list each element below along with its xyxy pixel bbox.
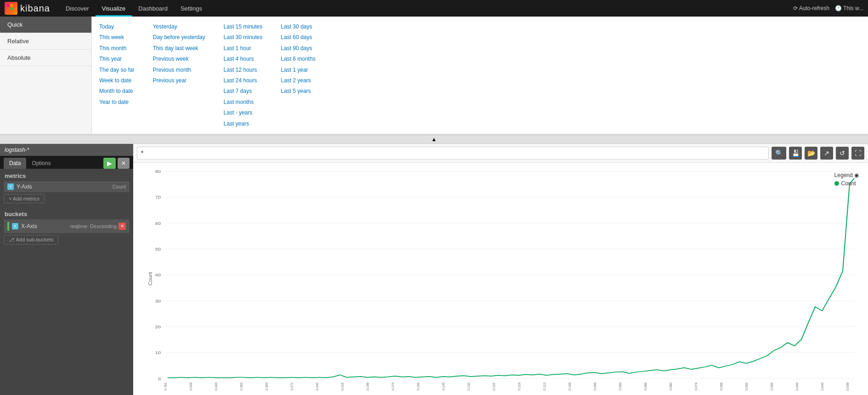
nav-item-discover[interactable]: Discover	[59, 1, 96, 17]
tab-data[interactable]: Data	[4, 158, 26, 169]
svg-text:0.068: 0.068	[719, 383, 724, 390]
metric-left: Y Y-Axis	[7, 183, 32, 190]
logo-text: kibana	[20, 3, 50, 14]
svg-text:0.093: 0.093	[618, 383, 623, 390]
link-last-1h[interactable]: Last 1 hour	[224, 44, 263, 53]
link-this-month[interactable]: This month	[99, 44, 135, 53]
share-button[interactable]: ↗	[820, 147, 833, 160]
run-button[interactable]: ▶	[103, 158, 116, 169]
svg-text:0.055: 0.055	[770, 383, 774, 390]
legend-item-count: Count	[834, 180, 859, 187]
content-area: logstash-* Data Options ▶ ✕ metrics Y	[0, 144, 868, 395]
picker-nav-relative[interactable]: Relative	[0, 33, 91, 50]
metric-y-axis[interactable]: Y Y-Axis Count	[4, 181, 130, 192]
link-last-60d[interactable]: Last 60 days	[281, 33, 316, 42]
svg-text:0.113: 0.113	[542, 383, 547, 390]
time-col-4: Last 30 days Last 60 days Last 90 days L…	[281, 22, 316, 128]
link-last-4h[interactable]: Last 4 hours	[224, 54, 263, 63]
link-previous-year[interactable]: Previous year	[153, 76, 205, 85]
svg-text:0.272: 0.272	[290, 383, 294, 390]
link-last-5y[interactable]: Last 5 years	[281, 86, 316, 96]
metrics-header: metrics	[0, 169, 133, 181]
logo-icon	[5, 2, 17, 15]
time-col-3: Last 15 minutes Last 30 minutes Last 1 h…	[224, 22, 263, 128]
bucket-bar-indicator	[7, 222, 9, 231]
time-col-2: Yesterday Day before yesterday This day …	[153, 22, 205, 128]
top-nav: kibana Discover Visualize Dashboard Sett…	[0, 0, 868, 17]
svg-text:0.080: 0.080	[669, 383, 673, 390]
left-sidebar: logstash-* Data Options ▶ ✕ metrics Y	[0, 144, 133, 395]
time-display[interactable]: 🕐 This w...	[835, 5, 863, 11]
picker-nav-absolute[interactable]: Absolute	[0, 50, 91, 66]
link-last-7d[interactable]: Last 7 days	[224, 86, 263, 96]
link-month-to-date[interactable]: Month to date	[99, 86, 135, 96]
nav-item-settings[interactable]: Settings	[174, 1, 209, 17]
svg-text:0.038: 0.038	[845, 383, 850, 390]
link-last-30m[interactable]: Last 30 minutes	[224, 33, 263, 42]
bucket-right: reqtime: Descending ✕	[70, 223, 126, 230]
sidebar-tabs: Data Options ▶ ✕	[0, 156, 133, 169]
save-button[interactable]: 💾	[789, 147, 802, 160]
nav-items: Discover Visualize Dashboard Settings	[59, 0, 209, 17]
svg-rect-3	[10, 7, 13, 10]
link-week-to-date[interactable]: Week to date	[99, 76, 135, 85]
svg-text:0.043: 0.043	[820, 383, 825, 390]
nav-item-visualize[interactable]: Visualize	[96, 1, 132, 17]
picker-nav-quick[interactable]: Quick	[0, 17, 91, 33]
svg-text:0.761: 0.761	[163, 383, 168, 390]
link-this-day-last-week[interactable]: This day last week	[153, 44, 205, 53]
link-last-years[interactable]: Last years	[224, 119, 263, 128]
search-input[interactable]	[137, 147, 769, 160]
collapse-bar[interactable]: ▲	[0, 135, 868, 144]
link-last-2y[interactable]: Last 2 years	[281, 76, 316, 85]
tab-actions: ▶ ✕	[103, 158, 130, 169]
buckets-content: X X-Axis reqtime: Descending ✕ ⎇ Add sub…	[0, 219, 133, 248]
link-previous-month[interactable]: Previous month	[153, 65, 205, 74]
open-button[interactable]: 📂	[805, 147, 817, 160]
link-last-12h[interactable]: Last 12 hours	[224, 65, 263, 74]
svg-text:80: 80	[155, 169, 161, 174]
svg-text:0.528: 0.528	[189, 383, 193, 390]
link-last-dash-years[interactable]: Last - years	[224, 108, 263, 117]
tab-options[interactable]: Options	[26, 158, 56, 169]
remove-bucket-button[interactable]: ✕	[118, 223, 126, 230]
svg-text:0.216: 0.216	[340, 383, 345, 390]
add-sub-buckets-button[interactable]: ⎇ Add sub-buckets	[4, 235, 58, 245]
svg-text:0.118: 0.118	[517, 383, 522, 390]
link-last-1y[interactable]: Last 1 year	[281, 65, 316, 74]
link-last-15m[interactable]: Last 15 minutes	[224, 22, 263, 31]
link-last-90d[interactable]: Last 90 days	[281, 44, 316, 53]
bucket-x-axis[interactable]: X X-Axis reqtime: Descending ✕	[4, 219, 130, 233]
svg-text:0.108: 0.108	[568, 383, 572, 390]
link-last-6m[interactable]: Last 6 months	[281, 54, 316, 63]
add-metrics-button[interactable]: + Add metrics	[4, 194, 45, 203]
close-button[interactable]: ✕	[118, 158, 130, 169]
picker-top: Quick Relative Absolute Today This week …	[0, 17, 868, 134]
link-last-24h[interactable]: Last 24 hours	[224, 76, 263, 85]
svg-text:0.133: 0.133	[467, 383, 471, 390]
link-previous-week[interactable]: Previous week	[153, 54, 205, 63]
bucket-label: X-Axis	[21, 223, 37, 229]
link-today[interactable]: Today	[99, 22, 135, 31]
link-day-so-far[interactable]: The day so far	[99, 65, 135, 74]
svg-text:0.309: 0.309	[265, 383, 269, 390]
svg-text:0: 0	[158, 376, 161, 381]
nav-item-dashboard[interactable]: Dashboard	[132, 1, 174, 17]
refresh-button[interactable]: ↺	[836, 147, 849, 160]
link-last-30d[interactable]: Last 30 days	[281, 22, 316, 31]
fullscreen-button[interactable]: ⛶	[851, 147, 864, 160]
search-button[interactable]: 🔍	[772, 147, 786, 160]
link-last-months[interactable]: Last months	[224, 97, 263, 107]
svg-text:0.198: 0.198	[366, 383, 370, 390]
metric-value: Count	[113, 184, 126, 189]
auto-refresh-btn[interactable]: ⟳ Auto-refresh	[793, 5, 829, 11]
link-this-week[interactable]: This week	[99, 33, 135, 42]
link-yesterday[interactable]: Yesterday	[153, 22, 205, 31]
collapse-icon: ▲	[431, 136, 437, 143]
app-container: kibana Discover Visualize Dashboard Sett…	[0, 0, 868, 395]
link-year-to-date[interactable]: Year to date	[99, 97, 135, 107]
link-day-before-yesterday[interactable]: Day before yesterday	[153, 33, 205, 42]
link-this-year[interactable]: This year	[99, 54, 135, 63]
svg-text:0.159: 0.159	[416, 383, 421, 390]
svg-text:20: 20	[155, 325, 161, 329]
